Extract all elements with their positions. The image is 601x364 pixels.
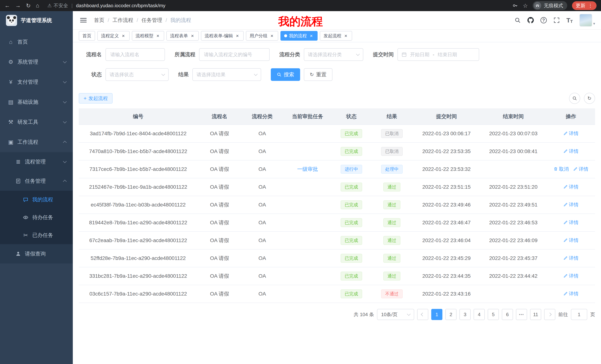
close-icon[interactable]: ×: [235, 33, 240, 38]
sidebar-item[interactable]: ▣工作流程: [0, 132, 73, 152]
close-icon[interactable]: ×: [121, 33, 126, 38]
update-button[interactable]: 更新 ⋮: [572, 1, 597, 10]
sidebar-item[interactable]: ≣流程管理: [0, 152, 73, 172]
task-link[interactable]: 一级审批: [297, 166, 318, 172]
column-header: 当前审批任务: [283, 108, 332, 125]
detail-link[interactable]: 详情: [573, 166, 588, 172]
sidebar-item[interactable]: ⌂首页: [0, 32, 73, 52]
sidebar-item[interactable]: ¥支付管理: [0, 72, 73, 92]
reset-button[interactable]: ↻ 重置: [304, 68, 332, 81]
status-badge: 已完成: [341, 254, 362, 262]
sidebar-item[interactable]: ✂已办任务: [0, 226, 73, 244]
view-tab[interactable]: 流程表单-编辑×: [201, 31, 244, 41]
fullscreen-icon[interactable]: [553, 17, 560, 23]
view-tab[interactable]: 流程模型×: [132, 31, 164, 41]
cell-category: OA: [241, 125, 283, 143]
pager-page-button[interactable]: 4: [474, 309, 485, 320]
view-tab[interactable]: 流程表单×: [166, 31, 199, 41]
submit-time-range-picker[interactable]: 开始日期 - 结束日期: [397, 48, 479, 61]
pager-more-button[interactable]: •••: [516, 309, 527, 320]
cell-process-name: OA 请假: [198, 196, 241, 214]
detail-link[interactable]: 详情: [563, 273, 579, 279]
close-icon[interactable]: ×: [343, 33, 348, 38]
prev-page-button[interactable]: [417, 309, 428, 320]
breadcrumb-item[interactable]: 工作流程: [112, 17, 133, 24]
forward-icon[interactable]: →: [15, 2, 21, 9]
sidebar-item[interactable]: 任务管理: [0, 172, 73, 191]
close-icon[interactable]: ×: [155, 33, 160, 38]
cell-category: OA: [241, 231, 283, 249]
app-title: 芋道管理系统: [21, 17, 52, 24]
breadcrumb-item[interactable]: 首页: [94, 17, 104, 24]
goto-page-input[interactable]: [571, 309, 587, 320]
detail-link[interactable]: 详情: [563, 290, 579, 297]
view-tab[interactable]: 我的流程×: [280, 31, 318, 41]
view-tab[interactable]: 首页: [79, 31, 95, 41]
sidebar-item[interactable]: ⚙系统管理: [0, 52, 73, 72]
view-tab[interactable]: 用户分组×: [246, 31, 278, 41]
page-size-select[interactable]: 10条/页: [377, 309, 414, 320]
sidebar-item[interactable]: 待办任务: [0, 209, 73, 226]
detail-link[interactable]: 详情: [563, 148, 579, 154]
security-warning[interactable]: ⚠ 不安全: [47, 2, 68, 9]
view-tab[interactable]: 流程定义×: [97, 31, 130, 41]
pager-page-button[interactable]: 3: [460, 309, 471, 320]
cell-end-time: 2022-01-22 23:49:51: [480, 196, 547, 214]
detail-link[interactable]: 详情: [563, 184, 579, 190]
address-bar[interactable]: ⚠ 不安全 | dashboard.yudao.iocoder.cn/bpm/t…: [47, 2, 507, 9]
pager-page-button[interactable]: 11: [530, 309, 541, 320]
toggle-search-button[interactable]: [569, 93, 580, 104]
help-icon[interactable]: ?: [541, 17, 547, 23]
chevron-down-icon: [407, 312, 411, 316]
menu-dots-icon[interactable]: ⋮: [588, 3, 593, 8]
cancel-link[interactable]: 取消: [553, 166, 569, 172]
cell-status: 已完成: [332, 214, 371, 231]
detail-link[interactable]: 详情: [563, 130, 579, 137]
pager-page-button[interactable]: 5: [488, 309, 499, 320]
user-avatar[interactable]: ▾: [580, 14, 595, 27]
app-logo[interactable]: 芋道管理系统: [0, 11, 73, 30]
detail-link[interactable]: 详情: [563, 255, 579, 261]
close-icon[interactable]: ×: [309, 33, 314, 38]
bookmark-star-icon[interactable]: ☆: [523, 2, 528, 9]
detail-link[interactable]: 详情: [563, 201, 579, 208]
back-icon[interactable]: ←: [4, 2, 10, 9]
reload-icon[interactable]: ↻: [26, 2, 31, 9]
pager-page-button[interactable]: 1: [431, 309, 442, 320]
result-select[interactable]: 请选择流结果: [192, 68, 261, 81]
font-size-icon[interactable]: TT: [566, 17, 573, 24]
pager-page-button[interactable]: 6: [502, 309, 513, 320]
table-row: 52ffd28e-7b9a-11ec-a290-acde48001122OA 请…: [79, 249, 595, 267]
close-icon[interactable]: ×: [269, 33, 274, 38]
key-icon[interactable]: [512, 3, 518, 8]
next-page-button[interactable]: [544, 309, 555, 320]
github-icon[interactable]: [527, 17, 534, 23]
process-definition-input[interactable]: [199, 48, 270, 61]
sidebar-item[interactable]: 请假查询: [0, 244, 73, 263]
breadcrumb-item[interactable]: 任务管理: [141, 17, 162, 24]
home-icon[interactable]: ⌂: [36, 2, 39, 9]
cell-category: OA: [241, 160, 283, 178]
refresh-table-button[interactable]: ↻: [584, 93, 595, 104]
total-count: 共 104 条: [354, 311, 374, 318]
collapse-menu-button[interactable]: [79, 17, 88, 24]
pager-page-button[interactable]: 2: [445, 309, 457, 320]
user-icon: [15, 251, 21, 257]
detail-link[interactable]: 详情: [563, 237, 579, 244]
create-process-button[interactable]: + 发起流程: [79, 93, 112, 104]
view-tab[interactable]: 发起流程×: [320, 31, 352, 41]
sidebar-submenu: 我的流程待办任务✂已办任务: [0, 191, 73, 244]
search-icon[interactable]: [514, 17, 521, 23]
sidebar-item[interactable]: 我的流程: [0, 191, 73, 209]
close-icon[interactable]: ×: [190, 33, 195, 38]
cell-submit-time: 2022-01-22 23:45:29: [413, 249, 480, 267]
status-select[interactable]: 请选择状态: [105, 68, 169, 81]
sidebar-item-label: 任务管理: [25, 178, 63, 185]
cell-current-task: [283, 267, 332, 285]
sidebar-item[interactable]: ▤基础设施: [0, 92, 73, 112]
search-button[interactable]: 搜索: [271, 68, 300, 81]
sidebar-item[interactable]: ⚒研发工具: [0, 112, 73, 132]
detail-link[interactable]: 详情: [563, 219, 579, 226]
process-name-input[interactable]: [105, 48, 165, 61]
category-select[interactable]: 请选择流程分类: [304, 48, 363, 61]
